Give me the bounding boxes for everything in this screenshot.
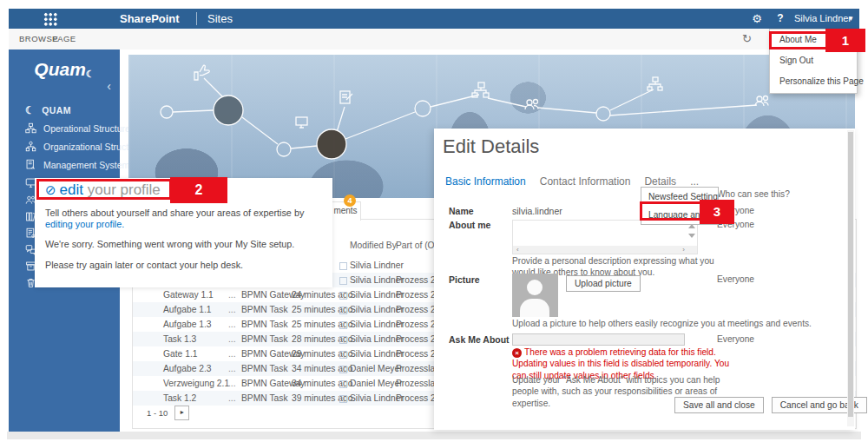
- item-modified-by: Daniel Meyer: [350, 376, 403, 391]
- tab-page[interactable]: PAGE: [52, 29, 76, 49]
- item-name-link[interactable]: Aufgabe 2.3: [163, 361, 212, 376]
- item-part-of: Prozess 2: [396, 273, 436, 287]
- page: SharePoint Sites ⚙ ? Silvia Lindner ▾ BR…: [0, 0, 868, 442]
- form-buttons: Save all and close Cancel and go back: [674, 397, 867, 413]
- item-type: BPMN Task: [241, 361, 288, 376]
- who-can-see-label: Who can see this?: [717, 189, 790, 199]
- mysite-retry-text: Please try again later or contact your h…: [45, 260, 326, 271]
- pagination: 1 - 10 ▸: [147, 406, 189, 420]
- annotation-outline-step2: [36, 179, 172, 200]
- item-part-of: Prozess 2: [396, 287, 436, 302]
- edit-details-panel: Edit Details Basic Information Contact I…: [434, 129, 855, 430]
- item-name-link[interactable]: Gate 1.1: [163, 346, 198, 361]
- presence-indicator: [339, 321, 347, 329]
- tab-basic-information[interactable]: Basic Information: [445, 175, 526, 188]
- settings-gear-icon[interactable]: ⚙: [746, 9, 767, 29]
- tab-details[interactable]: Details: [644, 175, 676, 188]
- ask-me-about-input[interactable]: [512, 333, 685, 346]
- sidebar-item-management-systems[interactable]: Management Systems: [9, 155, 120, 174]
- sharepoint-brand-link[interactable]: SharePoint: [120, 9, 180, 29]
- item-modified-by: Silvia Lindner: [350, 258, 404, 273]
- page-title: Edit Details: [443, 135, 539, 158]
- presence-indicator: [339, 336, 347, 344]
- item-part-of: Process 2: [396, 391, 436, 406]
- suite-bar-divider: [196, 12, 197, 25]
- scroll-left-icon: ‹: [516, 246, 519, 254]
- panel-scrollbar[interactable]: [847, 130, 854, 426]
- thumbs-up-icon: [194, 65, 209, 80]
- avatar-placeholder: [512, 274, 558, 317]
- annotation-step3-badge: 3: [700, 200, 734, 224]
- chevron-down-icon[interactable]: ▾: [849, 9, 853, 29]
- app-launcher-icon[interactable]: [43, 12, 57, 26]
- annotation-step1-badge: 1: [825, 29, 865, 52]
- presence-indicator: [339, 292, 347, 300]
- row-actions-ellipsis[interactable]: ...: [228, 302, 236, 317]
- scrollbar-thumb[interactable]: [848, 132, 853, 417]
- row-actions-ellipsis[interactable]: ...: [228, 391, 236, 406]
- next-page-button[interactable]: ▸: [174, 406, 189, 420]
- refresh-icon[interactable]: ↻: [742, 29, 752, 49]
- presence-indicator: [339, 395, 347, 403]
- quam-logo[interactable]: Quam☾: [9, 49, 120, 80]
- row-actions-ellipsis[interactable]: ...: [228, 287, 236, 302]
- mysite-error-text: We're sorry. Something went wrong with y…: [45, 239, 326, 250]
- column-header-modified-by[interactable]: Modified By: [350, 241, 397, 250]
- presence-indicator: [339, 351, 347, 359]
- annotation-step2-badge: 2: [170, 177, 227, 203]
- sidebar-item-quam[interactable]: ☾ QUAM: [9, 101, 120, 119]
- menu-item-sign-out[interactable]: Sign Out: [770, 50, 857, 71]
- bottom-strip: [7, 432, 861, 439]
- name-label: Name: [449, 206, 474, 216]
- item-modified-by: Daniel Meyer: [350, 361, 403, 376]
- sidebar-item-organizational-structure[interactable]: Organizational Structure: [9, 137, 120, 155]
- edit-details-tabs: Basic Information Contact Information De…: [445, 175, 699, 188]
- presence-indicator: [339, 277, 347, 285]
- document-check-icon: [25, 159, 36, 170]
- item-name-link[interactable]: Verzweigung 2.1: [163, 376, 229, 391]
- item-name-link[interactable]: Task 1.2: [163, 391, 196, 406]
- presence-indicator: [339, 307, 347, 314]
- scroll-down-icon[interactable]: [688, 234, 695, 238]
- item-part-of: Prozess 2: [396, 317, 436, 332]
- tab-contact-information[interactable]: Contact Information: [540, 175, 631, 188]
- presence-indicator: [339, 366, 347, 373]
- user-menu-button[interactable]: Silvia Lindner: [794, 9, 852, 29]
- horizontal-scrollbar[interactable]: ‹›: [513, 246, 697, 254]
- row-actions-ellipsis[interactable]: ...: [228, 332, 236, 346]
- sidebar-collapse-icon[interactable]: ‹: [107, 79, 111, 93]
- sites-link[interactable]: Sites: [207, 9, 233, 29]
- suite-bar: SharePoint Sites ⚙ ? Silvia Lindner ▾: [9, 9, 859, 29]
- menu-item-personalize-this-page[interactable]: Personalize this Page: [770, 71, 857, 92]
- row-actions-ellipsis[interactable]: ...: [228, 376, 236, 391]
- item-part-of: Process 2: [396, 346, 436, 361]
- tabs-overflow-ellipsis[interactable]: ...: [690, 175, 699, 188]
- row-actions-ellipsis[interactable]: ...: [228, 346, 236, 361]
- save-all-button[interactable]: Save all and close: [674, 397, 764, 413]
- people-icon: [525, 100, 538, 110]
- item-name-link[interactable]: Gateway 1.1: [163, 287, 214, 302]
- presence-indicator: [339, 380, 347, 388]
- about-me-label: About me: [449, 220, 490, 230]
- row-actions-ellipsis[interactable]: ...: [228, 361, 236, 376]
- row-actions-ellipsis[interactable]: ...: [228, 317, 236, 332]
- item-part-of: Process 2: [396, 332, 436, 346]
- item-type: BPMN Task: [241, 302, 288, 317]
- name-value: silvia.lindner: [512, 206, 562, 216]
- editing-your-profile-link[interactable]: editing your profile.: [45, 219, 124, 229]
- people-icon: [755, 96, 768, 107]
- upload-picture-button[interactable]: Upload picture: [566, 275, 641, 292]
- help-icon[interactable]: ?: [770, 9, 791, 29]
- picture-label: Picture: [449, 274, 480, 285]
- item-part-of: Prozess 2: [396, 302, 436, 317]
- item-name-link[interactable]: Aufgabe 1.3: [163, 317, 212, 332]
- about-me-textarea[interactable]: ‹›: [512, 220, 698, 254]
- error-icon: ×: [512, 348, 522, 358]
- item-name-link[interactable]: Aufgabe 1.1: [163, 302, 212, 317]
- presence-indicator: [339, 262, 347, 270]
- ask-visibility: Everyone: [717, 334, 754, 344]
- item-name-link[interactable]: Task 1.3: [163, 332, 196, 346]
- quam-logo-mark-icon: ☾: [86, 69, 95, 79]
- sidebar-item-operational-structure[interactable]: Operational Structure: [9, 119, 120, 137]
- picture-visibility: Everyone: [717, 274, 754, 284]
